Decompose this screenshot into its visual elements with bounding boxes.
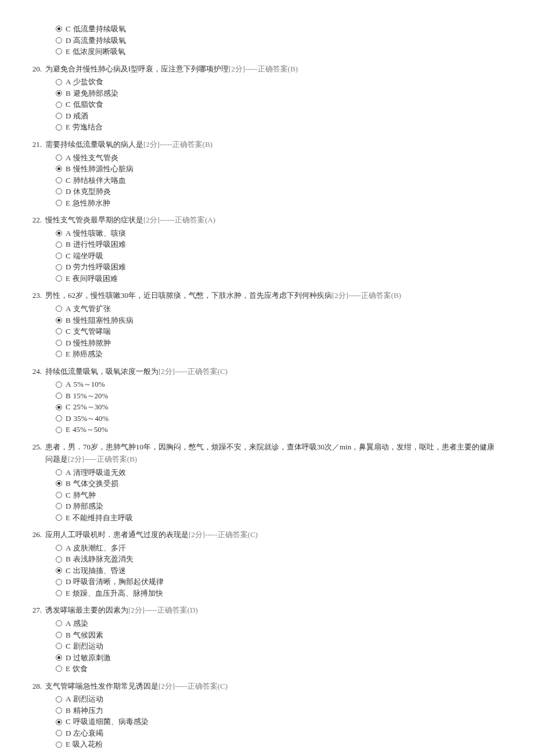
- option-row[interactable]: B精神压力: [56, 705, 499, 717]
- radio-unselected-icon[interactable]: [56, 37, 62, 44]
- option-row[interactable]: B15%～20%: [56, 390, 499, 402]
- radio-unselected-icon[interactable]: [56, 707, 62, 714]
- radio-unselected-icon[interactable]: [56, 264, 62, 271]
- radio-unselected-icon[interactable]: [56, 492, 62, 498]
- option-row[interactable]: A慢性支气管炎: [56, 152, 499, 164]
- option-row[interactable]: D劳力性呼吸困难: [56, 261, 499, 273]
- option-row[interactable]: D左心衰竭: [56, 728, 499, 739]
- radio-selected-icon[interactable]: [56, 567, 62, 574]
- radio-unselected-icon[interactable]: [56, 275, 62, 282]
- radio-selected-icon[interactable]: [56, 480, 62, 487]
- option-row[interactable]: A5%～10%: [56, 379, 499, 390]
- option-row[interactable]: E肺癌感染: [56, 348, 499, 360]
- radio-selected-icon[interactable]: [56, 404, 62, 411]
- question-answer: -----正确答案(B): [245, 64, 298, 73]
- option-row[interactable]: C出现抽搐、昏迷: [56, 565, 499, 577]
- option-text: 气候因素: [73, 629, 103, 641]
- option-row[interactable]: D35%～40%: [56, 413, 499, 424]
- option-row[interactable]: E吸入花粉: [56, 739, 499, 750]
- option-row[interactable]: A剧烈运动: [56, 693, 499, 705]
- option-row[interactable]: C剧烈运动: [56, 640, 499, 652]
- radio-unselected-icon[interactable]: [56, 469, 62, 476]
- option-text: 皮肤潮红、多汗: [73, 542, 126, 554]
- radio-unselected-icon[interactable]: [56, 200, 62, 206]
- option-row[interactable]: E45%～50%: [56, 424, 499, 435]
- option-row[interactable]: A皮肤潮红、多汗: [56, 542, 499, 554]
- option-row[interactable]: D慢性肺脓肿: [56, 337, 499, 349]
- radio-selected-icon[interactable]: [56, 26, 62, 32]
- radio-unselected-icon[interactable]: [56, 730, 62, 736]
- option-row[interactable]: D戒酒: [56, 110, 499, 122]
- radio-unselected-icon[interactable]: [56, 632, 62, 638]
- radio-unselected-icon[interactable]: [56, 154, 62, 161]
- radio-unselected-icon[interactable]: [56, 579, 62, 585]
- option-row[interactable]: E不能维持自主呼吸: [56, 512, 499, 524]
- option-row[interactable]: B慢性阻塞性肺疾病: [56, 315, 499, 326]
- radio-unselected-icon[interactable]: [56, 381, 62, 388]
- radio-unselected-icon[interactable]: [56, 177, 62, 183]
- option-row[interactable]: C低流量持续吸氧: [56, 23, 499, 35]
- option-row[interactable]: B避免肺部感染: [56, 88, 499, 99]
- radio-unselected-icon[interactable]: [56, 188, 62, 195]
- option-row[interactable]: E饮食: [56, 663, 499, 675]
- option-text: 避免肺部感染: [73, 88, 118, 99]
- option-row[interactable]: A少盐饮食: [56, 76, 499, 88]
- radio-unselected-icon[interactable]: [56, 556, 62, 563]
- radio-selected-icon[interactable]: [56, 165, 62, 172]
- radio-unselected-icon[interactable]: [56, 393, 62, 399]
- radio-unselected-icon[interactable]: [56, 102, 62, 108]
- radio-unselected-icon[interactable]: [56, 253, 62, 259]
- option-row[interactable]: C低脂饮食: [56, 99, 499, 110]
- radio-unselected-icon[interactable]: [56, 328, 62, 334]
- option-row[interactable]: D过敏原刺激: [56, 652, 499, 664]
- option-row[interactable]: A支气管扩张: [56, 303, 499, 315]
- radio-unselected-icon[interactable]: [56, 305, 62, 312]
- option-row[interactable]: E低浓度间断吸氧: [56, 46, 499, 57]
- radio-unselected-icon[interactable]: [56, 620, 62, 627]
- radio-unselected-icon[interactable]: [56, 124, 62, 131]
- radio-selected-icon[interactable]: [56, 90, 62, 96]
- option-row[interactable]: D呼吸音清晰，胸部起伏规律: [56, 576, 499, 588]
- option-row[interactable]: B表浅静脉充盈消失: [56, 553, 499, 565]
- option-row[interactable]: D休克型肺炎: [56, 186, 499, 197]
- radio-unselected-icon[interactable]: [56, 590, 62, 596]
- radio-unselected-icon[interactable]: [56, 643, 62, 649]
- radio-unselected-icon[interactable]: [56, 427, 62, 433]
- option-row[interactable]: B进行性呼吸困难: [56, 239, 499, 250]
- option-row[interactable]: E烦躁、血压升高、脉搏加快: [56, 588, 499, 599]
- radio-selected-icon[interactable]: [56, 230, 62, 236]
- radio-unselected-icon[interactable]: [56, 415, 62, 422]
- option-row[interactable]: C呼吸道细菌、病毒感染: [56, 716, 499, 728]
- option-row[interactable]: C肺结核伴大咯血: [56, 175, 499, 186]
- option-row[interactable]: E急性肺水肿: [56, 197, 499, 209]
- radio-unselected-icon[interactable]: [56, 665, 62, 672]
- radio-unselected-icon[interactable]: [56, 503, 62, 509]
- option-row[interactable]: A慢性咳嗽、咳痰: [56, 228, 499, 239]
- radio-unselected-icon[interactable]: [56, 48, 62, 55]
- option-row[interactable]: B慢性肺源性心脏病: [56, 163, 499, 175]
- option-row[interactable]: A清理呼吸道无效: [56, 467, 499, 478]
- radio-unselected-icon[interactable]: [56, 514, 62, 521]
- option-row[interactable]: C肺气肿: [56, 489, 499, 501]
- option-row[interactable]: B气体交换受损: [56, 478, 499, 489]
- radio-unselected-icon[interactable]: [56, 79, 62, 85]
- radio-unselected-icon[interactable]: [56, 113, 62, 119]
- radio-unselected-icon[interactable]: [56, 696, 62, 703]
- option-row[interactable]: E劳逸结合: [56, 121, 499, 133]
- radio-unselected-icon[interactable]: [56, 242, 62, 248]
- option-row[interactable]: C支气管哮喘: [56, 326, 499, 337]
- option-row[interactable]: D肺部感染: [56, 501, 499, 512]
- radio-unselected-icon[interactable]: [56, 545, 62, 551]
- option-row[interactable]: E夜间呼吸困难: [56, 273, 499, 285]
- option-row[interactable]: B气候因素: [56, 629, 499, 641]
- radio-unselected-icon[interactable]: [56, 741, 62, 748]
- radio-unselected-icon[interactable]: [56, 340, 62, 346]
- radio-selected-icon[interactable]: [56, 719, 62, 725]
- option-row[interactable]: D高流量持续吸氧: [56, 35, 499, 46]
- radio-unselected-icon[interactable]: [56, 351, 62, 357]
- radio-selected-icon[interactable]: [56, 654, 62, 661]
- option-row[interactable]: C端坐呼吸: [56, 250, 499, 262]
- option-row[interactable]: C25%～30%: [56, 401, 499, 413]
- option-row[interactable]: A感染: [56, 618, 499, 629]
- radio-selected-icon[interactable]: [56, 317, 62, 323]
